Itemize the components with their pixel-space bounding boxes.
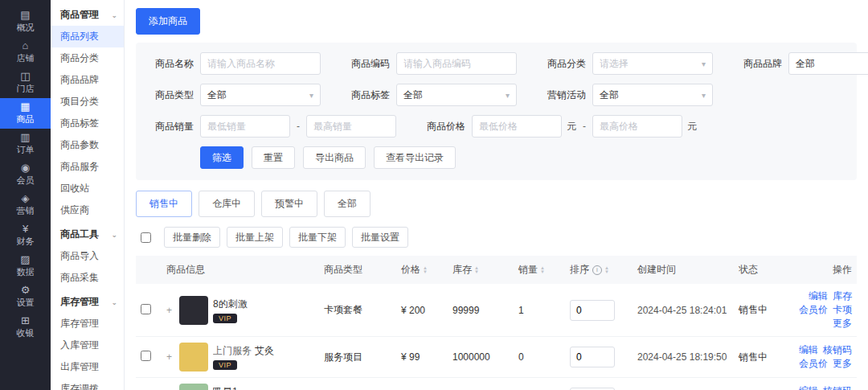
op-link-更多[interactable]: 更多 <box>833 317 852 330</box>
row-checkbox[interactable] <box>141 351 151 361</box>
sort-input[interactable] <box>570 300 615 321</box>
filter-activity: 营销活动 全部 ▾ <box>539 84 713 106</box>
overview-icon: ▤ <box>20 10 30 20</box>
submenu-item[interactable]: 商品采集 <box>51 267 124 289</box>
cashier-icon: ⊞ <box>21 315 30 326</box>
submenu-item[interactable]: 库存管理 <box>51 313 124 335</box>
sales-min-input[interactable] <box>200 115 290 138</box>
tab-全部[interactable]: 全部 <box>324 191 371 217</box>
submenu-section-goods-tools[interactable]: 商品工具⌄ <box>51 221 124 245</box>
batch-button[interactable]: 批量删除 <box>164 227 220 248</box>
tag-select-value: 全部 <box>403 88 423 102</box>
op-link-更多[interactable]: 更多 <box>833 357 852 371</box>
submenu-item[interactable]: 商品分类 <box>51 47 124 69</box>
sidebar-item-cashier[interactable]: ⊞收银 <box>0 312 51 343</box>
submenu-item[interactable]: 回收站 <box>51 178 124 199</box>
submenu-item[interactable]: 商品列表 <box>51 26 124 47</box>
expand-icon[interactable]: + <box>166 305 174 316</box>
submenu-item[interactable]: 商品服务 <box>51 156 124 178</box>
export-button[interactable]: 导出商品 <box>303 146 366 169</box>
brand-select[interactable]: 全部 ▾ <box>788 52 868 75</box>
activity-select[interactable]: 全部 ▾ <box>592 84 713 106</box>
op-link-编辑[interactable]: 编辑 <box>799 343 818 357</box>
tab-仓库中[interactable]: 仓库中 <box>199 191 255 217</box>
sidebar-item-settings[interactable]: ⚙设置 <box>0 281 51 312</box>
op-link-编辑[interactable]: 编辑 <box>799 384 818 390</box>
column-header[interactable]: 价格▲▼ <box>396 256 448 284</box>
op-link-会员价[interactable]: 会员价 <box>799 357 828 371</box>
product-code-input[interactable] <box>396 52 517 75</box>
submenu-item[interactable]: 商品导入 <box>51 245 124 267</box>
batch-button[interactable]: 批量上架 <box>227 227 283 248</box>
submenu-section-goods-manage[interactable]: 商品管理⌄ <box>51 2 124 26</box>
tab-预警中[interactable]: 预警中 <box>261 191 317 217</box>
column-header[interactable]: 排序i▲▼ <box>565 256 633 284</box>
submenu-item[interactable]: 入库管理 <box>51 335 124 356</box>
category-select[interactable]: 请选择 ▾ <box>592 52 713 75</box>
select-all-checkbox[interactable] <box>141 232 151 243</box>
reset-button[interactable]: 重置 <box>252 146 295 169</box>
sidebar-item-stores[interactable]: ◫门店 <box>0 68 51 98</box>
sidebar-item-marketing[interactable]: ◈营销 <box>0 190 51 220</box>
column-header-label: 库存 <box>452 264 472 275</box>
sort-icon[interactable]: ▲▼ <box>423 266 428 274</box>
add-product-button[interactable]: 添加商品 <box>136 8 200 35</box>
op-link-核销码[interactable]: 核销码 <box>823 343 852 357</box>
tab-销售中[interactable]: 销售中 <box>136 191 192 217</box>
op-link-库存[interactable]: 库存 <box>833 289 852 303</box>
submenu-item[interactable]: 库存调拨 <box>51 378 124 390</box>
created-time: 2024-04-25 18:19:17 <box>633 378 734 390</box>
filter-sales-range: 商品销量 - <box>147 115 396 138</box>
type-select[interactable]: 全部 ▾ <box>200 84 321 106</box>
product-name-input[interactable] <box>200 52 321 75</box>
goods-icon: ▦ <box>20 101 30 112</box>
sidebar-item-members[interactable]: ◉会员 <box>0 159 51 190</box>
submenu-item[interactable]: 项目分类 <box>51 91 124 113</box>
op-link-卡项[interactable]: 卡项 <box>833 303 852 317</box>
column-header[interactable]: 销量▲▼ <box>514 256 565 284</box>
submenu-item[interactable]: 商品标签 <box>51 113 124 134</box>
sidebar-item-goods[interactable]: ▦商品 <box>0 98 51 129</box>
submenu-item[interactable]: 商品品牌 <box>51 69 124 91</box>
price-max-input[interactable] <box>592 115 682 138</box>
chevron-down-icon: ⌄ <box>111 298 117 306</box>
sort-icon[interactable]: ▲▼ <box>540 266 545 274</box>
filter-brand: 商品品牌 全部 ▾ <box>735 52 868 75</box>
chevron-down-icon: ▾ <box>702 60 706 68</box>
op-link-核销码[interactable]: 核销码 <box>823 384 852 390</box>
column-header-label: 创建时间 <box>637 264 676 275</box>
info-icon: i <box>592 265 602 275</box>
product-cell: +吸星1VIP <box>166 384 314 390</box>
submenu-item[interactable]: 出库管理 <box>51 356 124 378</box>
category-select-value: 请选择 <box>600 57 628 71</box>
filter-button[interactable]: 筛选 <box>200 146 244 169</box>
sidebar-item-shop[interactable]: ⌂店铺 <box>0 37 51 68</box>
batch-button[interactable]: 批量下架 <box>289 227 346 248</box>
column-header: 商品信息 <box>162 256 319 284</box>
op-link-编辑[interactable]: 编辑 <box>809 289 828 303</box>
sort-icon[interactable]: ▲▼ <box>604 266 609 274</box>
sales-max-input[interactable] <box>306 115 396 138</box>
submenu-item[interactable]: 商品参数 <box>51 134 124 156</box>
submenu-section-stock-manage[interactable]: 库存管理⌄ <box>51 289 124 313</box>
op-link-会员价[interactable]: 会员价 <box>799 303 828 317</box>
primary-sidebar: ▤概况⌂店铺◫门店▦商品▥订单◉会员◈营销¥财务▨数据⚙设置⊞收银 <box>0 0 51 390</box>
submenu-item[interactable]: 供应商 <box>51 199 124 221</box>
sort-icon[interactable]: ▲▼ <box>474 266 479 274</box>
sort-input[interactable] <box>570 347 615 367</box>
batch-button[interactable]: 批量设置 <box>352 227 408 248</box>
export-log-button[interactable]: 查看导出记录 <box>374 146 456 169</box>
product-cell: +8的刺激VIP <box>166 296 314 325</box>
product-type: 卡项套餐 <box>319 284 396 337</box>
sidebar-item-finance[interactable]: ¥财务 <box>0 220 51 251</box>
product-type: 服务项目 <box>319 378 396 390</box>
sidebar-item-overview[interactable]: ▤概况 <box>0 6 51 37</box>
price-min-input[interactable] <box>472 115 562 138</box>
tag-select[interactable]: 全部 ▾ <box>396 84 517 106</box>
row-checkbox[interactable] <box>141 304 151 314</box>
sidebar-item-orders[interactable]: ▥订单 <box>0 129 51 159</box>
sidebar-item-data[interactable]: ▨数据 <box>0 251 51 281</box>
column-header[interactable]: 库存▲▼ <box>448 256 514 284</box>
expand-icon[interactable]: + <box>166 351 174 363</box>
filter-product-code: 商品编码 <box>343 52 517 75</box>
